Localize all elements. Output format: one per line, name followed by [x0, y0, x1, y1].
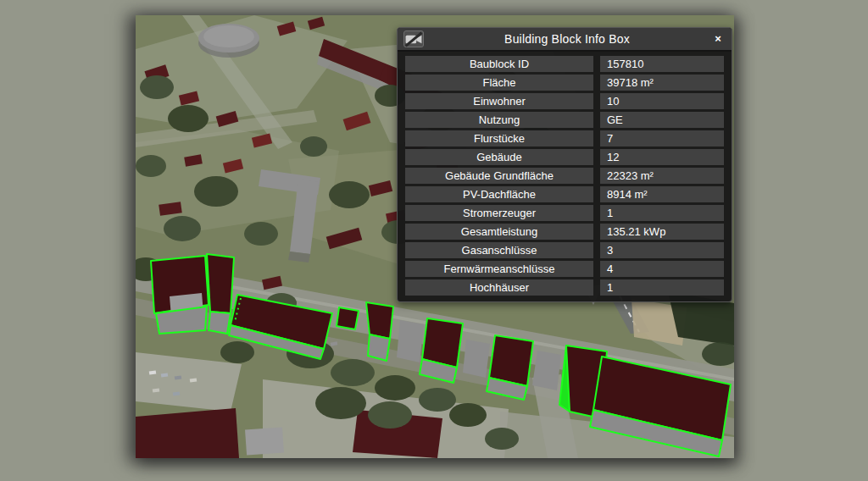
row-value: 1: [600, 205, 724, 221]
row-value: 12: [600, 149, 724, 165]
row-value: 3: [600, 242, 724, 258]
row-value: 8914 m²: [600, 186, 724, 202]
row-value: 157810: [600, 56, 724, 72]
table-row: Gebäude 12: [405, 149, 724, 165]
info-box-header: Building Block Info Box ×: [398, 28, 732, 52]
table-row: Fläche 39718 m²: [405, 75, 724, 91]
building-block-info-box: Building Block Info Box × Baublock ID 15…: [397, 27, 732, 302]
row-label: Gebäude: [405, 149, 593, 165]
map-window: Building Block Info Box × Baublock ID 15…: [136, 15, 734, 458]
close-icon[interactable]: ×: [710, 28, 726, 50]
desktop-background: Building Block Info Box × Baublock ID 15…: [0, 0, 868, 481]
row-label: Gesamtleistung: [405, 224, 593, 240]
row-label: Fläche: [405, 75, 593, 91]
table-row: Gesamtleistung 135.21 kWp: [405, 224, 724, 240]
row-value: GE: [600, 112, 724, 128]
table-row: Fernwärmeanschlüsse 4: [405, 261, 724, 277]
table-row: Hochhäuser 1: [405, 279, 724, 296]
row-label: Baublock ID: [405, 56, 593, 72]
row-value: 10: [600, 93, 724, 109]
row-label: Nutzung: [405, 112, 593, 128]
table-row: Gebäude Grundfläche 22323 m²: [405, 168, 724, 184]
row-label: Flurstücke: [405, 130, 593, 147]
info-box-title: Building Block Info Box: [424, 32, 710, 46]
row-value: 22323 m²: [600, 168, 724, 184]
table-row: Stromerzeuger 1: [405, 205, 724, 221]
row-value: 135.21 kWp: [600, 224, 724, 240]
row-label: Einwohner: [405, 93, 593, 109]
camera-slash-icon[interactable]: [403, 30, 424, 47]
row-label: PV-Dachfläche: [405, 186, 593, 202]
row-label: Hochhäuser: [405, 279, 593, 296]
row-label: Gebäude Grundfläche: [405, 168, 593, 184]
info-box-table: Baublock ID 157810 Fläche 39718 m² Einwo…: [398, 52, 732, 301]
row-value: 7: [600, 130, 724, 147]
table-row: PV-Dachfläche 8914 m²: [405, 186, 724, 202]
row-value: 39718 m²: [600, 75, 724, 91]
row-label: Stromerzeuger: [405, 205, 593, 221]
table-row: Gasanschlüsse 3: [405, 242, 724, 258]
row-value: 1: [600, 279, 724, 296]
table-row: Einwohner 10: [405, 93, 724, 109]
row-label: Fernwärmeanschlüsse: [405, 261, 593, 277]
table-row: Baublock ID 157810: [405, 56, 724, 72]
row-value: 4: [600, 261, 724, 277]
table-row: Flurstücke 7: [405, 130, 724, 147]
row-label: Gasanschlüsse: [405, 242, 593, 258]
table-row: Nutzung GE: [405, 112, 724, 128]
